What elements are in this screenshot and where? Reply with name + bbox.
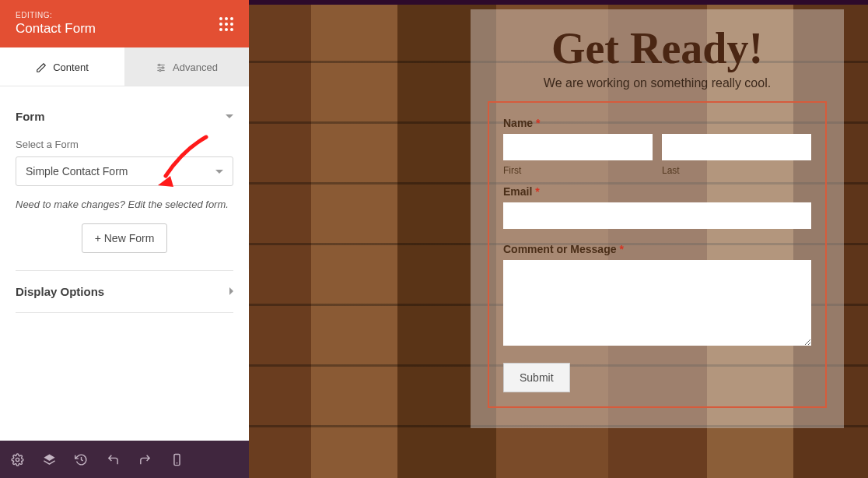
new-form-button[interactable]: + New Form [82,223,168,253]
section-display-options[interactable]: Display Options [16,270,233,313]
svg-point-5 [159,69,161,71]
email-label: Email * [503,185,811,198]
drag-handle-icon[interactable] [219,17,233,31]
undo-icon[interactable] [107,453,120,466]
form-widget[interactable]: Name * First Last Email * Comment or Me [488,101,827,408]
tab-content[interactable]: Content [0,47,124,86]
layers-icon[interactable] [43,453,56,466]
help-text: Need to make changes? Edit the selected … [16,197,233,213]
chevron-right-icon [229,287,233,295]
section-form-toggle[interactable]: Form [16,102,233,134]
select-form-label: Select a Form [16,139,233,150]
svg-point-4 [162,66,163,68]
first-sublabel: First [503,165,653,176]
comment-label: Comment or Message * [503,243,811,255]
redo-icon[interactable] [138,453,152,466]
required-mark: * [536,117,540,129]
required-mark: * [619,243,623,255]
required-mark: * [535,185,539,198]
panel-header: EDITING: Contact Form [0,0,249,47]
first-name-input[interactable] [503,134,653,160]
svg-point-6 [16,458,19,461]
select-form-value: Simple Contact Form [26,165,128,177]
last-sublabel: Last [662,165,811,176]
mobile-icon[interactable] [170,453,184,466]
tab-advanced[interactable]: Advanced [124,47,249,86]
widget-title: Contact Form [16,21,96,37]
gear-icon[interactable] [11,453,24,466]
pencil-icon [36,62,47,73]
bottom-toolbar [0,441,249,478]
section-display-title: Display Options [16,285,104,298]
preview-canvas[interactable]: Get Ready! We are working on something r… [249,0,868,478]
svg-point-3 [159,64,160,65]
history-icon[interactable] [75,453,88,466]
sliders-icon [156,62,166,73]
editor-panel: EDITING: Contact Form Content Advanced F… [0,0,249,478]
section-form-title: Form [16,110,45,123]
page-subtitle: We are working on something really cool. [488,76,827,90]
hero-card[interactable]: Get Ready! We are working on something r… [471,9,844,428]
tab-advanced-label: Advanced [173,62,218,73]
tabs: Content Advanced [0,47,249,86]
page-title: Get Ready! [488,23,827,73]
chevron-down-icon [215,170,223,174]
svg-marker-7 [44,454,54,461]
tab-content-label: Content [53,62,89,73]
name-label: Name * [503,117,811,129]
editing-label: EDITING: [16,11,96,19]
submit-button[interactable]: Submit [503,363,570,392]
last-name-input[interactable] [662,134,811,160]
panel-body: Form Select a Form Simple Contact Form N… [0,86,249,441]
chevron-down-icon [226,114,233,118]
email-input[interactable] [503,202,811,229]
select-form-dropdown[interactable]: Simple Contact Form [16,156,233,186]
comment-textarea[interactable] [503,260,811,346]
